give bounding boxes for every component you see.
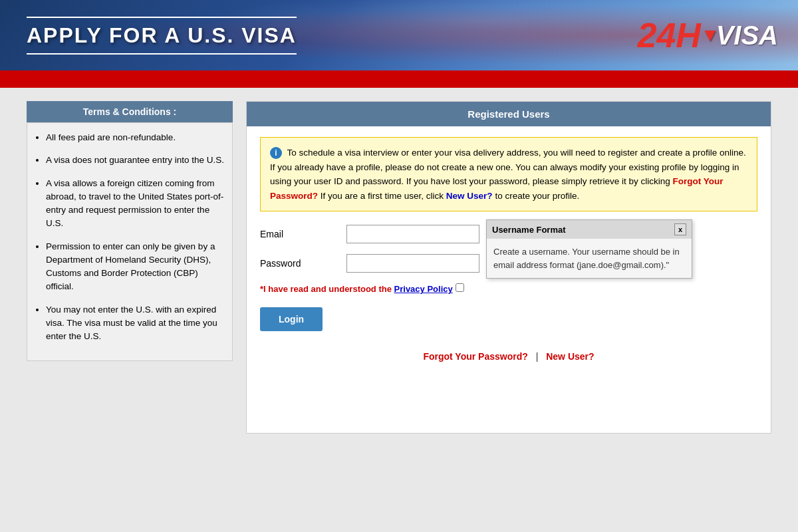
terms-heading: Terms & Conditions :	[27, 101, 233, 122]
email-input[interactable]	[346, 225, 479, 243]
header-logo: 24H ▼VISA	[638, 18, 778, 53]
tooltip-body: Create a username. Your username should …	[487, 239, 692, 278]
terms-list: All fees paid are non-refundable. A visa…	[33, 131, 224, 343]
email-label: Email	[260, 229, 346, 239]
tooltip-popup: Username Format x Create a username. You…	[486, 219, 692, 279]
bottom-links: Forgot Your Password? | New User?	[260, 351, 757, 362]
logo-24h: 24H	[638, 18, 701, 53]
login-panel: Registered Users i To schedule a visa in…	[246, 101, 771, 434]
info-text-2: If you are a first time user, click	[318, 191, 446, 201]
terms-panel: Terms & Conditions : All fees paid are n…	[27, 101, 233, 434]
page-title: APPLY FOR A U.S. VISA	[27, 23, 297, 48]
terms-body: All fees paid are non-refundable. A visa…	[27, 122, 233, 361]
new-user-link-inline[interactable]: New User?	[446, 191, 493, 201]
list-item: A visa does not guarantee entry into the…	[46, 154, 224, 167]
info-text-3: to create your profile.	[493, 191, 580, 201]
privacy-checkbox[interactable]	[456, 283, 464, 292]
privacy-policy-link[interactable]: Privacy Policy	[394, 284, 453, 294]
info-box: i To schedule a visa interview or enter …	[260, 137, 757, 211]
email-row: Email Username Format x Create a usernam…	[260, 225, 757, 243]
tooltip-title: Username Format	[492, 225, 566, 235]
main-content: Terms & Conditions : All fees paid are n…	[13, 101, 785, 434]
info-icon: i	[270, 147, 282, 159]
password-label: Password	[260, 258, 346, 269]
login-body: i To schedule a visa interview or enter …	[247, 126, 771, 372]
privacy-row: *I have read and understood the Privacy …	[260, 283, 757, 294]
list-item: You may not enter the U.S. with an expir…	[46, 303, 224, 344]
privacy-text: *I have read and understood the	[260, 284, 394, 294]
page-header: APPLY FOR A U.S. VISA 24H ▼VISA	[0, 0, 798, 73]
new-user-link-bottom[interactable]: New User?	[546, 351, 594, 362]
list-item: A visa allows a foreign citizen coming f…	[46, 177, 224, 231]
password-input[interactable]	[346, 254, 479, 273]
login-button[interactable]: Login	[260, 307, 323, 331]
link-separator: |	[536, 351, 539, 362]
header-title-box: APPLY FOR A U.S. VISA	[27, 17, 297, 55]
logo-visa: ▼VISA	[701, 21, 778, 51]
tooltip-close-button[interactable]: x	[674, 223, 686, 235]
red-stripe	[0, 73, 798, 88]
login-heading: Registered Users	[247, 102, 771, 126]
list-item: All fees paid are non-refundable.	[46, 131, 224, 144]
tooltip-header: Username Format x	[487, 220, 692, 239]
forgot-password-link-bottom[interactable]: Forgot Your Password?	[423, 351, 527, 362]
login-button-wrapper: Login	[260, 307, 757, 344]
list-item: Permission to enter can only be given by…	[46, 240, 224, 294]
